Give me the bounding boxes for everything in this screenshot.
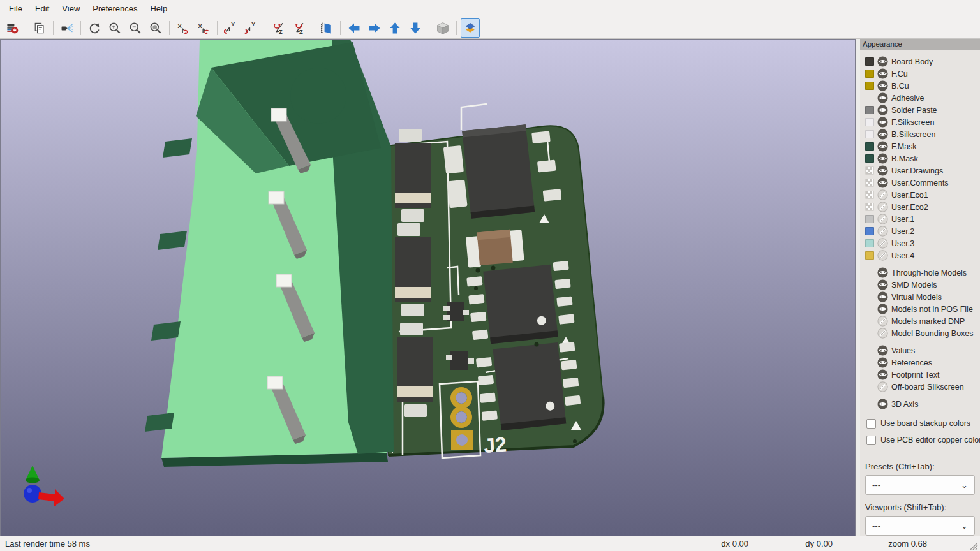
- visibility-eye-icon[interactable]: [877, 141, 888, 152]
- visibility-eye-icon[interactable]: [877, 267, 888, 278]
- menu-edit[interactable]: Edit: [29, 0, 56, 18]
- svg-text:Y: Y: [231, 21, 235, 27]
- visibility-hidden-icon[interactable]: [877, 189, 888, 200]
- rotate-z-ccw-button[interactable]: Z: [290, 18, 309, 38]
- layer-row-user-4: User.4: [860, 249, 980, 261]
- visibility-eye-icon[interactable]: [877, 165, 888, 176]
- copy-image-button[interactable]: [30, 18, 49, 38]
- visibility-eye-icon[interactable]: [877, 117, 888, 128]
- presets-label: Presets (Ctrl+Tab):: [860, 460, 980, 475]
- color-swatch[interactable]: [865, 130, 874, 138]
- layers-icon: [463, 21, 477, 35]
- stackup-colors-checkbox[interactable]: [866, 419, 876, 429]
- rotate-y-ccw-button[interactable]: Y: [242, 18, 261, 38]
- cube-icon: [436, 21, 450, 35]
- layer-row-smd-models: SMD Models: [860, 279, 980, 291]
- visibility-eye-icon[interactable]: [877, 129, 888, 140]
- color-swatch[interactable]: [865, 154, 874, 163]
- projection-mode-button[interactable]: [433, 18, 452, 38]
- visibility-eye-icon[interactable]: [877, 177, 888, 188]
- layer-label: Virtual Models: [891, 293, 942, 302]
- visibility-eye-icon[interactable]: [877, 345, 888, 356]
- visibility-eye-icon[interactable]: [877, 357, 888, 368]
- copy-icon: [33, 21, 47, 35]
- flip-board-icon: [320, 21, 334, 35]
- rotate-z-cw-button[interactable]: Z: [269, 18, 288, 38]
- visibility-eye-icon[interactable]: [877, 369, 888, 380]
- zoom-to-fit-icon: [149, 21, 163, 35]
- visibility-hidden-icon[interactable]: [877, 238, 888, 249]
- visibility-hidden-icon[interactable]: [877, 381, 888, 392]
- toolbar-separator: [265, 21, 265, 35]
- visibility-eye-icon[interactable]: [877, 68, 888, 79]
- export-image-button[interactable]: [3, 18, 22, 38]
- move-left-button[interactable]: [345, 18, 364, 38]
- zoom-in-button[interactable]: [105, 18, 124, 38]
- viewports-dropdown[interactable]: ---⌄: [865, 516, 975, 536]
- arrow-up-icon: [388, 21, 402, 35]
- checkbox-label: Use PCB editor copper color: [880, 436, 980, 444]
- color-swatch[interactable]: [865, 142, 874, 151]
- visibility-eye-icon[interactable]: [877, 399, 888, 409]
- 3d-viewport[interactable]: J2: [0, 39, 856, 536]
- rotate-x-cw-button[interactable]: X: [174, 18, 193, 38]
- layer-row-models-not-in-pos: Models not in POS File: [860, 303, 980, 315]
- visibility-eye-icon[interactable]: [877, 279, 888, 290]
- render-view-button[interactable]: [57, 18, 77, 38]
- color-swatch[interactable]: [865, 203, 874, 211]
- toolbar-separator: [169, 21, 170, 35]
- checkbox-label: Use board stackup colors: [880, 419, 970, 428]
- layer-label: User.Eco1: [891, 191, 928, 200]
- zoom-to-fit-button[interactable]: [146, 18, 165, 38]
- flip-board-button[interactable]: [317, 18, 336, 38]
- visibility-eye-icon[interactable]: [877, 92, 888, 103]
- layer-row-off-board-silkscreen: Off-board Silkscreen: [860, 381, 980, 393]
- color-swatch[interactable]: [865, 227, 874, 235]
- visibility-hidden-icon[interactable]: [877, 214, 888, 224]
- layer-label: Footprint Text: [891, 371, 940, 379]
- appearance-manager-toggle[interactable]: [461, 18, 480, 38]
- menu-preferences[interactable]: Preferences: [86, 0, 144, 18]
- visibility-hidden-icon[interactable]: [877, 316, 888, 327]
- move-up-button[interactable]: [385, 18, 405, 38]
- layer-row-b-mask: B.Mask: [860, 152, 980, 165]
- color-swatch[interactable]: [865, 57, 874, 66]
- layer-row-solder-paste: Solder Paste: [860, 104, 980, 116]
- move-right-button[interactable]: [365, 18, 384, 38]
- zoom-in-icon: [108, 21, 122, 35]
- color-swatch[interactable]: [865, 70, 874, 78]
- copper-color-checkbox[interactable]: [866, 436, 876, 445]
- visibility-eye-icon[interactable]: [877, 105, 888, 115]
- menu-file[interactable]: File: [3, 0, 29, 18]
- visibility-hidden-icon[interactable]: [877, 202, 888, 212]
- rotate-y-cw-button[interactable]: Y: [221, 18, 241, 38]
- color-swatch[interactable]: [865, 106, 874, 114]
- menu-view[interactable]: View: [56, 0, 86, 18]
- visibility-eye-icon[interactable]: [877, 56, 888, 67]
- color-swatch[interactable]: [865, 215, 874, 223]
- visibility-eye-icon[interactable]: [877, 291, 888, 302]
- color-swatch[interactable]: [865, 191, 874, 199]
- rotate-x-ccw-button[interactable]: X: [194, 18, 213, 38]
- color-swatch[interactable]: [865, 118, 874, 126]
- visibility-hidden-icon[interactable]: [877, 226, 888, 237]
- move-down-button[interactable]: [406, 18, 425, 38]
- layer-row-virtual-models: Virtual Models: [860, 291, 980, 303]
- redraw-button[interactable]: [85, 18, 104, 38]
- board-reference-label: J2: [483, 433, 507, 457]
- color-swatch[interactable]: [865, 82, 874, 90]
- visibility-hidden-icon[interactable]: [877, 250, 888, 261]
- color-swatch[interactable]: [865, 166, 874, 175]
- zoom-out-button[interactable]: [126, 18, 145, 38]
- visibility-eye-icon[interactable]: [877, 80, 888, 91]
- visibility-hidden-icon[interactable]: [877, 328, 888, 339]
- menu-help[interactable]: Help: [144, 0, 174, 18]
- resize-grip[interactable]: [968, 540, 978, 550]
- visibility-eye-icon[interactable]: [877, 304, 888, 314]
- visibility-eye-icon[interactable]: [877, 153, 888, 164]
- color-swatch[interactable]: [865, 239, 874, 247]
- color-swatch[interactable]: [865, 251, 874, 260]
- color-swatch[interactable]: [865, 179, 874, 187]
- presets-dropdown[interactable]: ---⌄: [865, 475, 975, 495]
- layer-row-references: References: [860, 356, 980, 369]
